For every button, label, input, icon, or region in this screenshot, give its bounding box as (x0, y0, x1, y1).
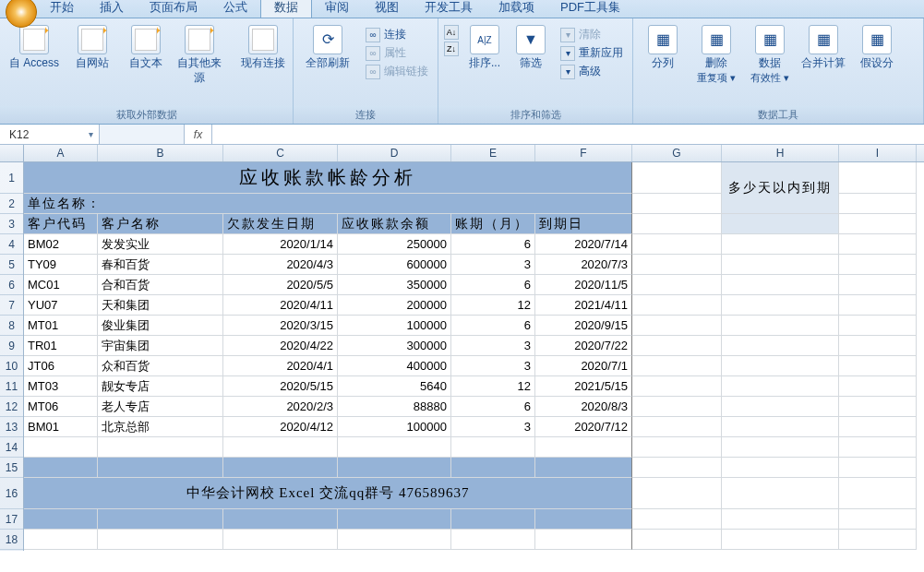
cell[interactable] (839, 397, 917, 417)
cell-term[interactable]: 3 (451, 417, 535, 437)
tab-数据[interactable]: 数据 (260, 0, 312, 18)
select-all-corner[interactable] (0, 145, 24, 162)
tool-btn-3[interactable]: ▦合并计算 (799, 25, 847, 71)
conn-item-0[interactable]: ∞连接 (366, 27, 428, 42)
col-I[interactable]: I (839, 145, 917, 161)
cell-due[interactable]: 2020/8/3 (535, 397, 632, 417)
cell-code[interactable]: JT06 (24, 356, 98, 376)
cell[interactable] (839, 509, 917, 530)
cell[interactable] (632, 336, 722, 356)
row-3[interactable]: 3 (0, 214, 23, 234)
cell[interactable] (98, 458, 223, 478)
cell[interactable] (722, 234, 839, 255)
cell-date[interactable]: 2020/2/3 (223, 397, 338, 417)
cell[interactable] (722, 376, 839, 397)
cell[interactable] (839, 316, 917, 336)
cell-due[interactable]: 2020/9/15 (535, 316, 632, 336)
col-A[interactable]: A (24, 145, 98, 161)
cell-term[interactable]: 6 (451, 275, 535, 295)
ext-btn-2[interactable]: 自文本 (122, 25, 170, 71)
cell[interactable] (24, 530, 98, 550)
subtitle[interactable]: 单位名称： (24, 194, 632, 214)
name-box[interactable]: K12 (0, 125, 100, 144)
hdr-4[interactable]: 账期（月） (451, 214, 535, 234)
sort-desc-icon[interactable]: Z↓ (444, 42, 459, 56)
cell[interactable] (98, 530, 223, 550)
row-7[interactable]: 7 (0, 295, 23, 316)
cell-date[interactable]: 2020/4/22 (223, 336, 338, 356)
row-4[interactable]: 4 (0, 234, 23, 255)
cell[interactable] (632, 376, 722, 397)
title-cell[interactable]: 应收账款帐龄分析 (24, 162, 632, 194)
filter-button[interactable]: ▼ 筛选 (510, 25, 551, 71)
cell[interactable] (839, 376, 917, 397)
cell-name[interactable]: 俊业集团 (98, 316, 223, 336)
cell-name[interactable]: 宇宙集团 (98, 336, 223, 356)
ext-btn-3[interactable]: 自其他来源 (175, 25, 223, 85)
cell[interactable] (722, 295, 839, 316)
row-13[interactable]: 13 (0, 417, 23, 437)
cell[interactable] (632, 356, 722, 376)
cell-name[interactable]: 合和百货 (98, 275, 223, 295)
row-14[interactable]: 14 (0, 437, 23, 458)
tool-btn-0[interactable]: ▦分列 (639, 25, 687, 71)
cell[interactable] (839, 162, 917, 194)
cell[interactable] (839, 417, 917, 437)
sort-asc-icon[interactable]: A↓ (444, 25, 459, 40)
cell[interactable] (632, 255, 722, 275)
cell[interactable] (451, 437, 535, 458)
cell[interactable] (839, 356, 917, 376)
hdr-2[interactable]: 欠款发生日期 (223, 214, 338, 234)
cell[interactable] (338, 509, 451, 530)
cell[interactable] (839, 336, 917, 356)
cell[interactable] (632, 234, 722, 255)
cell-due[interactable]: 2021/4/11 (535, 295, 632, 316)
cell-amt[interactable]: 350000 (338, 275, 451, 295)
cell[interactable] (722, 397, 839, 417)
formula-input[interactable] (212, 125, 924, 144)
cell[interactable] (722, 478, 839, 509)
cell[interactable] (722, 509, 839, 530)
col-C[interactable]: C (223, 145, 338, 161)
tab-视图[interactable]: 视图 (362, 0, 412, 18)
cell[interactable] (535, 530, 632, 550)
cell[interactable] (24, 509, 98, 530)
fx-icon[interactable]: fx (185, 125, 212, 144)
column-headers[interactable]: ABCDEFGHI (24, 145, 924, 162)
cell[interactable] (722, 437, 839, 458)
cell-due[interactable]: 2020/7/14 (535, 234, 632, 255)
row-16[interactable]: 16 (0, 478, 23, 509)
cell[interactable] (722, 356, 839, 376)
cell[interactable] (24, 458, 98, 478)
cell[interactable] (839, 255, 917, 275)
cell[interactable] (839, 214, 917, 234)
cell-term[interactable]: 3 (451, 336, 535, 356)
hdr-3[interactable]: 应收账款余额 (338, 214, 451, 234)
cell-code[interactable]: MT01 (24, 316, 98, 336)
cell-code[interactable]: MT03 (24, 376, 98, 397)
col-D[interactable]: D (338, 145, 451, 161)
cell[interactable] (223, 458, 338, 478)
cell-term[interactable]: 6 (451, 397, 535, 417)
cell[interactable] (839, 530, 917, 550)
conn-item-2[interactable]: ∞编辑链接 (366, 64, 428, 79)
cell[interactable] (722, 530, 839, 550)
tab-插入[interactable]: 插入 (87, 0, 137, 18)
col-E[interactable]: E (451, 145, 535, 161)
hdr-0[interactable]: 客户代码 (24, 214, 98, 234)
cell-due[interactable]: 2020/7/1 (535, 356, 632, 376)
cell[interactable] (722, 214, 839, 234)
row-15[interactable]: 15 (0, 458, 23, 478)
ext-btn-4[interactable]: 现有连接 (239, 25, 287, 71)
sort-item-1[interactable]: ▾重新应用 (560, 45, 623, 61)
cell-name[interactable]: 北京总部 (98, 417, 223, 437)
cell[interactable] (632, 214, 722, 234)
cell[interactable] (632, 275, 722, 295)
row-6[interactable]: 6 (0, 275, 23, 295)
cell[interactable] (839, 295, 917, 316)
cell[interactable] (722, 417, 839, 437)
cell[interactable] (338, 530, 451, 550)
sort-button[interactable]: A|Z 排序... (464, 25, 505, 71)
tab-审阅[interactable]: 审阅 (312, 0, 362, 18)
cell[interactable] (839, 194, 917, 214)
